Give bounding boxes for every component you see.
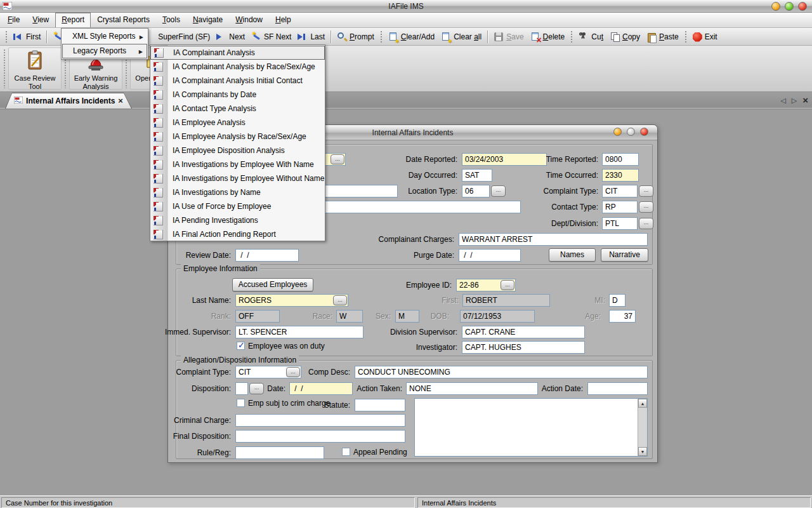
dept-division-ellipsis-button[interactable] <box>639 218 653 229</box>
dob-input[interactable] <box>460 310 535 323</box>
save-button[interactable]: Save <box>490 30 527 44</box>
copy-button[interactable]: Copy <box>606 30 643 44</box>
allegation-complaint-type-ellipsis-button[interactable] <box>286 367 300 377</box>
employee-id-ellipsis-button[interactable] <box>501 280 514 290</box>
exit-button[interactable]: Exit <box>690 30 721 44</box>
menuitem-ia-use-of-force-by-employee[interactable]: IA Use of Force by Employee <box>150 199 325 213</box>
allegation-complaint-type-input[interactable] <box>236 367 286 377</box>
names-button[interactable]: Names <box>549 248 596 262</box>
statute-input[interactable] <box>355 399 405 411</box>
window-close-button[interactable] <box>798 2 807 11</box>
menuitem-ia-investigations-by-employee-without-name[interactable]: IA Investigations by Employee Without Na… <box>150 171 325 185</box>
menuitem-ia-employee-analysis[interactable]: IA Employee Analysis <box>150 116 325 130</box>
location-type-ellipsis-button[interactable] <box>491 185 506 197</box>
menu-file[interactable]: File <box>1 13 26 27</box>
toolbar-grip[interactable] <box>380 30 383 43</box>
action-taken-input[interactable] <box>406 382 538 395</box>
disposition-input[interactable] <box>235 382 248 395</box>
time-occurred-input[interactable] <box>602 169 639 182</box>
purge-date-input[interactable] <box>459 249 521 262</box>
disposition-narrative-textarea[interactable] <box>414 398 648 457</box>
dept-division-input[interactable] <box>602 217 638 230</box>
menuitem-legacy-reports[interactable]: Legacy Reports <box>62 44 147 58</box>
review-date-input[interactable] <box>235 249 299 262</box>
division-supervisor-input[interactable] <box>462 326 585 338</box>
menu-navigate[interactable]: Navigate <box>187 13 229 27</box>
menuitem-ia-contact-type-analysis[interactable]: IA Contact Type Analysis <box>150 102 325 116</box>
tab-internal-affairs-incidents[interactable]: Internal Affairs Incidents <box>5 93 132 109</box>
menuitem-ia-complainant-analysis-race-sex-age[interactable]: IA Complainant Analysis by Race/Sex/Age <box>150 60 325 74</box>
menuitem-ia-complainant-analysis-initial-contact[interactable]: IA Complainant Analysis Initial Contact <box>150 74 325 88</box>
tab-scroll-right-button[interactable] <box>792 96 797 105</box>
appeal-pending-checkbox[interactable] <box>342 448 350 456</box>
immed-supervisor-input[interactable] <box>235 326 363 338</box>
menuitem-ia-investigations-by-employee-with-name[interactable]: IA Investigations by Employee With Name <box>150 157 325 171</box>
toolbar-grip[interactable] <box>570 30 573 43</box>
contact-type-input[interactable] <box>602 201 638 213</box>
menuitem-ia-complainant-analysis[interactable]: IA Complainant Analysis <box>150 46 325 60</box>
rank-input[interactable] <box>235 310 280 323</box>
sf-next-button[interactable]: SF Next <box>248 30 294 44</box>
accused-employees-button[interactable]: Accused Employees <box>232 278 313 291</box>
prompt-button[interactable]: Prompt <box>334 30 377 44</box>
dialog-maximize-button[interactable] <box>627 128 635 136</box>
menuitem-xml-style-reports[interactable]: XML Style Reports <box>62 29 147 44</box>
race-input[interactable] <box>336 310 363 323</box>
last-name-input[interactable] <box>236 295 333 305</box>
window-minimize-button[interactable] <box>771 2 780 11</box>
case-review-tool-button[interactable]: Case Review Tool <box>8 48 62 90</box>
menuitem-ia-investigations-by-name[interactable]: IA Investigations by Name <box>150 185 325 199</box>
case-number-ellipsis-button[interactable] <box>331 154 344 164</box>
mi-input[interactable] <box>609 294 625 307</box>
disposition-ellipsis-button[interactable] <box>249 383 264 394</box>
delete-button[interactable]: Delete <box>527 30 568 44</box>
tab-scroll-left-button[interactable] <box>780 96 785 105</box>
menu-help[interactable]: Help <box>269 13 298 27</box>
window-maximize-button[interactable] <box>785 2 794 11</box>
menu-view[interactable]: View <box>26 13 55 27</box>
complaint-type-ellipsis-button[interactable] <box>639 185 653 197</box>
menuitem-ia-complainants-by-date[interactable]: IA Complainants by Date <box>150 88 325 102</box>
first-button[interactable]: First <box>10 30 44 44</box>
sex-input[interactable] <box>395 310 419 323</box>
scroll-down-icon[interactable] <box>638 447 647 456</box>
clear-all-button[interactable]: Clear all <box>438 30 485 44</box>
narrative-button[interactable]: Narrative <box>601 248 648 262</box>
day-occurred-input[interactable] <box>462 169 492 182</box>
menu-tools[interactable]: Tools <box>156 13 187 27</box>
disposition-date-input[interactable] <box>289 382 353 395</box>
cut-button[interactable]: Cut <box>575 30 606 44</box>
next-button[interactable]: Next <box>213 30 248 44</box>
paste-button[interactable]: Paste <box>643 30 682 44</box>
dialog-minimize-button[interactable] <box>613 128 622 136</box>
date-reported-input[interactable] <box>462 153 547 166</box>
menuitem-ia-employee-analysis-race-sex-age[interactable]: IA Employee Analysis by Race/Sex/Age <box>150 130 325 144</box>
menuitem-ia-final-action-pending-report[interactable]: IA Final Action Pending Report <box>150 227 325 241</box>
contact-type-ellipsis-button[interactable] <box>639 201 653 213</box>
time-reported-input[interactable] <box>602 153 639 166</box>
on-duty-checkbox[interactable] <box>237 342 245 350</box>
complaint-type-input[interactable] <box>602 185 638 197</box>
last-name-ellipsis-button[interactable] <box>333 295 347 305</box>
final-disposition-input[interactable] <box>235 430 405 443</box>
investigator-input[interactable] <box>462 341 585 354</box>
clear-add-button[interactable]: Clear/Add <box>385 30 438 44</box>
tab-close-button[interactable] <box>802 95 808 105</box>
first-name-input[interactable] <box>462 294 550 307</box>
narrative-scrollbar[interactable] <box>638 399 647 456</box>
scroll-up-icon[interactable] <box>638 399 647 408</box>
toolbar-grip[interactable] <box>3 49 6 88</box>
crim-charge-checkbox[interactable] <box>237 399 245 407</box>
age-input[interactable] <box>609 310 636 323</box>
menu-report[interactable]: Report <box>55 13 91 27</box>
criminal-charge-input[interactable] <box>235 414 405 427</box>
menuitem-ia-employee-disposition-analysis[interactable]: IA Employee Disposition Analysis <box>150 144 325 157</box>
location-type-input[interactable] <box>462 185 490 197</box>
menu-window[interactable]: Window <box>229 13 269 27</box>
menuitem-ia-pending-investigations[interactable]: IA Pending Investigations <box>150 213 325 227</box>
tab-close-icon[interactable] <box>118 98 123 104</box>
last-button[interactable]: Last <box>294 30 328 44</box>
comp-desc-input[interactable] <box>355 366 648 378</box>
employee-id-input[interactable] <box>457 280 501 290</box>
action-date-input[interactable] <box>587 382 648 395</box>
